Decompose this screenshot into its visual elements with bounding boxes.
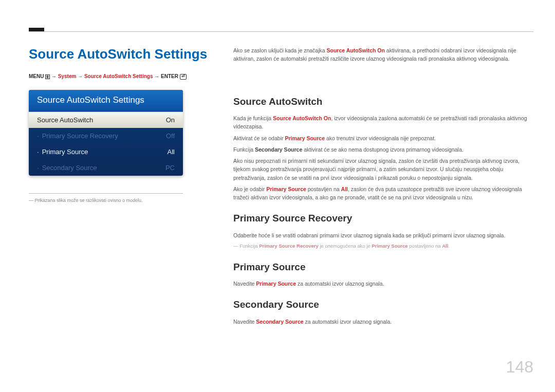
section-title-primary-recovery: Primary Source Recovery <box>233 211 533 226</box>
footnote: Prikazana slika može se razlikovati ovis… <box>29 198 183 203</box>
breadcrumb: MENU Ⅲ → System → Source AutoSwitch Sett… <box>29 73 214 80</box>
osd-row-label: Primary Source <box>37 148 88 156</box>
highlight: Primary Source <box>256 281 296 287</box>
menu-icon: Ⅲ <box>45 74 50 79</box>
highlight: Primary Source <box>372 243 408 249</box>
page-content: Source AutoSwitch Settings MENU Ⅲ → Syst… <box>29 46 533 329</box>
highlight: Primary Source <box>266 186 306 192</box>
paragraph: Navedite Primary Source za automatski iz… <box>233 279 533 288</box>
osd-row-secondary-source[interactable]: Secondary Source PC <box>29 160 183 176</box>
text: ako trenutni izvor videosignala nije pre… <box>325 135 436 141</box>
section-title-primary-source: Primary Source <box>233 259 533 274</box>
osd-row-value: All <box>168 148 175 156</box>
text: je onemogućena ako je <box>319 243 372 249</box>
text: za automatski izvor ulaznog signala. <box>304 319 392 325</box>
section-title-source-autoswitch: Source AutoSwitch <box>233 94 533 109</box>
paragraph: Aktivirat će se odabir Primary Source ak… <box>233 134 533 142</box>
enter-icon: ⏎ <box>180 74 187 80</box>
paragraph: Navedite Secondary Source za automatski … <box>233 318 533 326</box>
text: Ako je odabir <box>233 186 266 192</box>
highlight: Primary Source Recovery <box>259 243 319 249</box>
text: Funkcija <box>239 243 259 249</box>
header-accent <box>29 28 44 31</box>
paragraph: Funkcija Secondary Source aktivirat će s… <box>233 145 533 154</box>
highlight: Secondary Source <box>256 319 303 325</box>
main-title: Source AutoSwitch Settings <box>29 46 214 62</box>
highlight: All <box>341 186 348 192</box>
text: postavljeno na <box>408 243 442 249</box>
highlight: Source AutoSwitch On <box>273 115 331 121</box>
header-divider <box>29 31 533 32</box>
intro-paragraph: Ako se zaslon uključi kada je značajka S… <box>233 46 533 63</box>
breadcrumb-arrow1: → <box>51 73 58 79</box>
breadcrumb-menu: MENU <box>29 73 44 79</box>
osd-row-primary-recovery[interactable]: Primary Source Recovery Off <box>29 128 183 144</box>
text: za automatski izvor ulaznog signala. <box>296 281 384 287</box>
osd-row-label: Primary Source Recovery <box>37 132 118 140</box>
text: Kada je funkcija <box>233 115 273 121</box>
text: Navedite <box>233 281 256 287</box>
osd-panel: Source AutoSwitch Settings Source AutoSw… <box>29 90 183 176</box>
osd-row-primary-source[interactable]: Primary Source All <box>29 144 183 160</box>
osd-row-label: Source AutoSwitch <box>37 116 93 124</box>
section-title-secondary-source: Secondary Source <box>233 297 533 312</box>
text: . <box>448 243 450 249</box>
osd-panel-header: Source AutoSwitch Settings <box>29 90 183 112</box>
text: Aktivirat će se odabir <box>233 135 285 141</box>
right-column: Ako se zaslon uključi kada je značajka S… <box>233 46 533 329</box>
osd-row-value: PC <box>165 164 175 172</box>
paragraph: Ako nisu prepoznati ni primarni niti sek… <box>233 157 533 182</box>
left-column: Source AutoSwitch Settings MENU Ⅲ → Syst… <box>29 46 214 329</box>
osd-row-label: Secondary Source <box>37 164 97 172</box>
paragraph: Kada je funkcija Source AutoSwitch On, i… <box>233 114 533 131</box>
breadcrumb-path: System → Source AutoSwitch Settings <box>58 73 153 79</box>
text: Ako se zaslon uključi kada je značajka <box>233 47 327 53</box>
text: postavljen na <box>306 186 341 192</box>
text: Funkcija <box>233 146 255 153</box>
highlight: Secondary Source <box>255 146 302 153</box>
paragraph: Ako je odabir Primary Source postavljen … <box>233 185 533 202</box>
footnote-divider <box>29 193 183 194</box>
osd-row-value: On <box>166 116 175 124</box>
highlight: Primary Source <box>285 135 325 141</box>
text: aktivirat će se ako nema dostupnog izvor… <box>302 146 463 153</box>
highlight: Source AutoSwitch On <box>327 47 385 53</box>
note: Funkcija Primary Source Recovery je onem… <box>233 242 533 250</box>
breadcrumb-enter: ENTER <box>161 73 178 79</box>
osd-row-source-autoswitch[interactable]: Source AutoSwitch On <box>29 112 183 128</box>
page-number: 148 <box>506 358 533 377</box>
osd-row-value: Off <box>166 132 175 140</box>
breadcrumb-arrow2: → <box>154 73 161 79</box>
paragraph: Odaberite hoće li se vratiti odabrani pr… <box>233 231 533 239</box>
text: Navedite <box>233 319 256 325</box>
highlight: All <box>442 243 448 249</box>
